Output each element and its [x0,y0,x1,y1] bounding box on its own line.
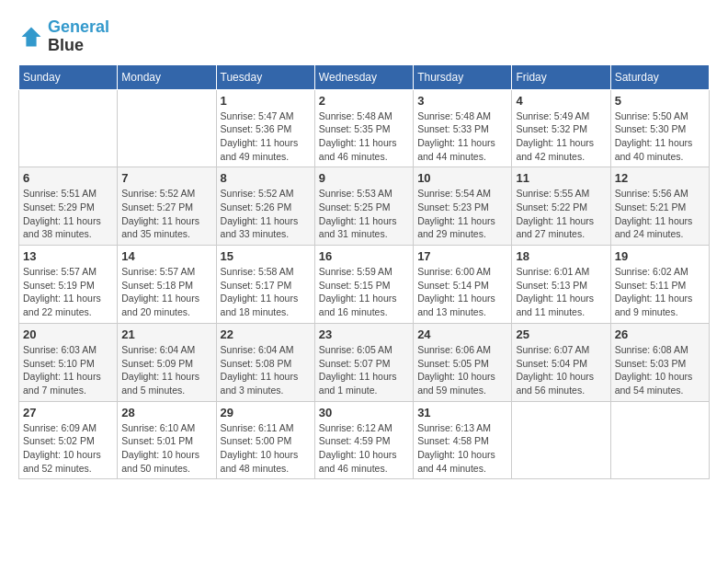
calendar-week-1: 1Sunrise: 5:47 AM Sunset: 5:36 PM Daylig… [19,89,710,167]
calendar-cell: 31Sunrise: 6:13 AM Sunset: 4:58 PM Dayli… [414,401,512,479]
day-number: 24 [417,327,507,341]
day-number: 21 [121,327,211,341]
day-number: 31 [417,406,507,419]
calendar-cell: 7Sunrise: 5:52 AM Sunset: 5:27 PM Daylig… [118,167,216,246]
day-number: 20 [23,327,113,341]
calendar-cell [118,89,216,167]
calendar-cell: 28Sunrise: 6:10 AM Sunset: 5:01 PM Dayli… [118,401,216,479]
logo-icon [18,24,44,50]
calendar-cell [610,401,709,479]
calendar-cell: 12Sunrise: 5:56 AM Sunset: 5:21 PM Dayli… [610,167,709,246]
calendar-cell: 24Sunrise: 6:06 AM Sunset: 5:05 PM Dayli… [414,323,512,401]
day-info: Sunrise: 5:48 AM Sunset: 5:33 PM Dayligh… [417,109,507,164]
weekday-header-thursday: Thursday [414,64,512,89]
calendar-cell [19,89,118,167]
day-info: Sunrise: 5:57 AM Sunset: 5:19 PM Dayligh… [23,265,113,319]
calendar-cell: 19Sunrise: 6:02 AM Sunset: 5:11 PM Dayli… [610,246,709,324]
day-info: Sunrise: 6:09 AM Sunset: 5:02 PM Dayligh… [23,421,113,476]
calendar-cell: 21Sunrise: 6:04 AM Sunset: 5:09 PM Dayli… [118,323,216,401]
weekday-header-friday: Friday [512,64,610,89]
day-number: 15 [221,249,311,263]
calendar-table: SundayMondayTuesdayWednesdayThursdayFrid… [18,64,710,480]
day-info: Sunrise: 6:10 AM Sunset: 5:01 PM Dayligh… [121,421,211,476]
day-info: Sunrise: 6:12 AM Sunset: 4:59 PM Dayligh… [319,421,409,476]
calendar-cell: 22Sunrise: 6:04 AM Sunset: 5:08 PM Dayli… [216,323,314,401]
calendar-cell: 13Sunrise: 5:57 AM Sunset: 5:19 PM Dayli… [19,246,118,324]
day-number: 4 [516,94,606,108]
day-info: Sunrise: 6:01 AM Sunset: 5:13 PM Dayligh… [516,265,606,319]
day-number: 6 [23,171,113,185]
day-info: Sunrise: 6:03 AM Sunset: 5:10 PM Dayligh… [23,343,113,397]
day-number: 16 [319,249,409,263]
day-number: 1 [221,94,311,108]
day-number: 25 [516,327,606,341]
calendar-cell: 30Sunrise: 6:12 AM Sunset: 4:59 PM Dayli… [314,401,413,479]
day-info: Sunrise: 6:05 AM Sunset: 5:07 PM Dayligh… [319,343,409,397]
day-number: 28 [121,406,211,419]
day-info: Sunrise: 5:49 AM Sunset: 5:32 PM Dayligh… [516,109,606,164]
logo-text: General Blue [48,18,109,55]
day-info: Sunrise: 6:07 AM Sunset: 5:04 PM Dayligh… [516,343,606,397]
day-info: Sunrise: 5:51 AM Sunset: 5:29 PM Dayligh… [23,187,113,241]
day-info: Sunrise: 5:48 AM Sunset: 5:35 PM Dayligh… [319,109,409,164]
day-number: 29 [221,406,311,419]
calendar-week-4: 20Sunrise: 6:03 AM Sunset: 5:10 PM Dayli… [19,323,710,401]
calendar-cell: 14Sunrise: 5:57 AM Sunset: 5:18 PM Dayli… [118,246,216,324]
day-info: Sunrise: 6:04 AM Sunset: 5:08 PM Dayligh… [221,343,311,397]
calendar-cell: 9Sunrise: 5:53 AM Sunset: 5:25 PM Daylig… [314,167,413,246]
weekday-header-tuesday: Tuesday [216,64,314,89]
calendar-cell: 5Sunrise: 5:50 AM Sunset: 5:30 PM Daylig… [610,89,709,167]
day-info: Sunrise: 6:08 AM Sunset: 5:03 PM Dayligh… [615,343,705,397]
calendar-cell: 26Sunrise: 6:08 AM Sunset: 5:03 PM Dayli… [610,323,709,401]
day-number: 30 [319,406,409,419]
day-number: 17 [417,249,507,263]
calendar-cell: 17Sunrise: 6:00 AM Sunset: 5:14 PM Dayli… [414,246,512,324]
day-info: Sunrise: 5:59 AM Sunset: 5:15 PM Dayligh… [319,265,409,319]
day-info: Sunrise: 5:55 AM Sunset: 5:22 PM Dayligh… [516,187,606,241]
day-number: 12 [615,171,705,185]
calendar-cell: 16Sunrise: 5:59 AM Sunset: 5:15 PM Dayli… [314,246,413,324]
calendar-cell: 6Sunrise: 5:51 AM Sunset: 5:29 PM Daylig… [19,167,118,246]
weekday-header-saturday: Saturday [610,64,709,89]
calendar-cell: 20Sunrise: 6:03 AM Sunset: 5:10 PM Dayli… [19,323,118,401]
day-info: Sunrise: 5:52 AM Sunset: 5:27 PM Dayligh… [121,187,211,241]
day-info: Sunrise: 6:02 AM Sunset: 5:11 PM Dayligh… [615,265,705,319]
day-number: 7 [121,171,211,185]
page-header: General Blue [18,18,710,55]
day-number: 22 [221,327,311,341]
day-number: 23 [319,327,409,341]
day-info: Sunrise: 5:58 AM Sunset: 5:17 PM Dayligh… [221,265,311,319]
calendar-cell: 8Sunrise: 5:52 AM Sunset: 5:26 PM Daylig… [216,167,314,246]
svg-marker-0 [22,27,41,46]
calendar-week-5: 27Sunrise: 6:09 AM Sunset: 5:02 PM Dayli… [19,401,710,479]
day-number: 18 [516,249,606,263]
day-info: Sunrise: 5:53 AM Sunset: 5:25 PM Dayligh… [319,187,409,241]
weekday-header-monday: Monday [118,64,216,89]
calendar-week-3: 13Sunrise: 5:57 AM Sunset: 5:19 PM Dayli… [19,246,710,324]
day-number: 2 [319,94,409,108]
logo: General Blue [18,18,109,55]
calendar-cell: 15Sunrise: 5:58 AM Sunset: 5:17 PM Dayli… [216,246,314,324]
weekday-header-wednesday: Wednesday [314,64,413,89]
day-number: 13 [23,249,113,263]
day-info: Sunrise: 6:04 AM Sunset: 5:09 PM Dayligh… [121,343,211,397]
calendar-cell: 29Sunrise: 6:11 AM Sunset: 5:00 PM Dayli… [216,401,314,479]
day-number: 9 [319,171,409,185]
day-number: 27 [23,406,113,419]
calendar-cell [512,401,610,479]
calendar-cell: 25Sunrise: 6:07 AM Sunset: 5:04 PM Dayli… [512,323,610,401]
day-number: 14 [121,249,211,263]
calendar-cell: 23Sunrise: 6:05 AM Sunset: 5:07 PM Dayli… [314,323,413,401]
day-number: 10 [417,171,507,185]
day-info: Sunrise: 6:06 AM Sunset: 5:05 PM Dayligh… [417,343,507,397]
day-info: Sunrise: 6:11 AM Sunset: 5:00 PM Dayligh… [221,421,311,476]
day-info: Sunrise: 5:47 AM Sunset: 5:36 PM Dayligh… [221,109,311,164]
day-info: Sunrise: 5:57 AM Sunset: 5:18 PM Dayligh… [121,265,211,319]
day-info: Sunrise: 5:56 AM Sunset: 5:21 PM Dayligh… [615,187,705,241]
weekday-header-sunday: Sunday [19,64,118,89]
day-info: Sunrise: 5:54 AM Sunset: 5:23 PM Dayligh… [417,187,507,241]
day-info: Sunrise: 6:13 AM Sunset: 4:58 PM Dayligh… [417,421,507,476]
calendar-cell: 2Sunrise: 5:48 AM Sunset: 5:35 PM Daylig… [314,89,413,167]
day-info: Sunrise: 5:52 AM Sunset: 5:26 PM Dayligh… [221,187,311,241]
calendar-week-2: 6Sunrise: 5:51 AM Sunset: 5:29 PM Daylig… [19,167,710,246]
